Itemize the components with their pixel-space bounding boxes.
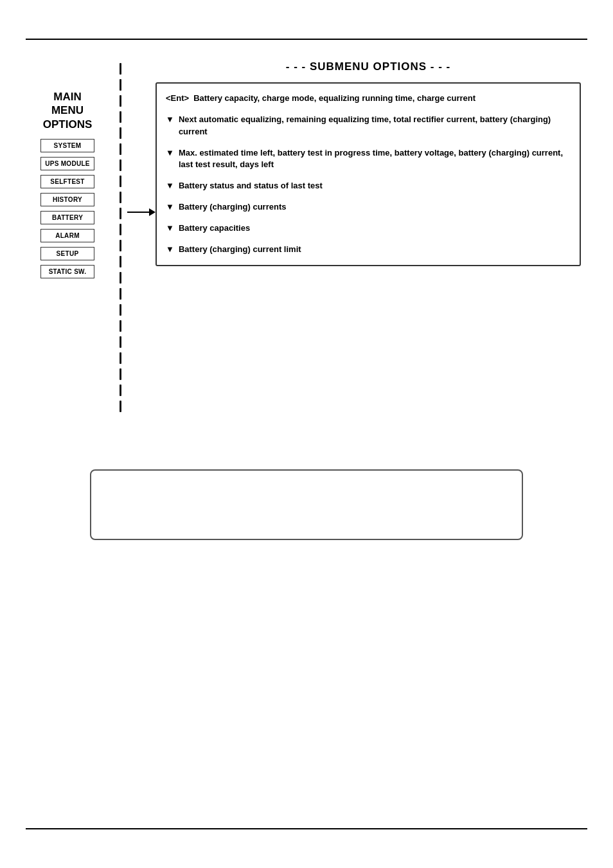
- bottom-box-area: [90, 469, 523, 540]
- vbar-segment: [120, 143, 121, 155]
- vbar-segment: [120, 95, 121, 107]
- diagram-row: MAIN MENU OPTIONS SYSTEM UPS MODULE SELF…: [32, 58, 581, 417]
- vbar-segment: [120, 79, 121, 91]
- triangle-icon-5: ▼: [166, 201, 174, 213]
- vbar-segment: [120, 401, 121, 412]
- col-left: MAIN MENU OPTIONS SYSTEM UPS MODULE SELF…: [32, 58, 103, 278]
- top-rule: [26, 39, 587, 40]
- nav-button-list: SYSTEM UPS MODULE SELFTEST HISTORY BATTE…: [32, 139, 103, 278]
- vbar-segment: [120, 240, 121, 251]
- vbar-segment: [120, 368, 121, 380]
- vbar-segment: [120, 320, 121, 332]
- submenu-item-5-text: Battery (charging) currents: [179, 201, 569, 213]
- vbar-segment: [120, 192, 121, 203]
- vbar-segment: [120, 111, 121, 123]
- nav-btn-static-sw[interactable]: STATIC SW.: [40, 265, 94, 278]
- arrow-connector: [127, 208, 155, 216]
- submenu-title: - - - SUBMENU OPTIONS - - -: [155, 60, 581, 73]
- nav-btn-ups-module[interactable]: UPS MODULE: [40, 157, 94, 170]
- vbar-segment: [120, 288, 121, 300]
- submenu-item-7-text: Battery (charging) current limit: [179, 244, 569, 256]
- submenu-column: - - - SUBMENU OPTIONS - - - <Ent> Batter…: [155, 58, 581, 266]
- vbar-segment: [120, 224, 121, 235]
- bottom-box: [90, 469, 523, 540]
- triangle-icon-4: ▼: [166, 180, 174, 192]
- triangle-icon-2: ▼: [166, 114, 174, 126]
- vbar-segment: [120, 63, 121, 75]
- submenu-item-6-text: Battery capacities: [179, 222, 569, 235]
- submenu-box: <Ent> Battery capacity, charge mode, equ…: [155, 82, 581, 266]
- submenu-item-7: ▼ Battery (charging) current limit: [166, 244, 569, 256]
- vertical-bar: [113, 58, 127, 417]
- diagram-area: MAIN MENU OPTIONS SYSTEM UPS MODULE SELF…: [32, 58, 581, 417]
- nav-btn-history[interactable]: HISTORY: [40, 193, 94, 206]
- submenu-item-1-text: Battery capacity, charge mode, equalizin…: [193, 93, 569, 105]
- submenu-item-4: ▼ Battery status and status of last test: [166, 180, 569, 192]
- submenu-item-2-text: Next automatic equalizing, remaining equ…: [179, 114, 569, 138]
- submenu-item-5: ▼ Battery (charging) currents: [166, 201, 569, 213]
- vbar-segment: [120, 304, 121, 316]
- nav-btn-battery[interactable]: BATTERY: [40, 211, 94, 224]
- triangle-icon-6: ▼: [166, 222, 174, 235]
- vbar-segment: [120, 256, 121, 267]
- bottom-rule: [26, 828, 587, 829]
- vbar-segment: [120, 336, 121, 348]
- submenu-item-4-text: Battery status and status of last test: [179, 180, 569, 192]
- submenu-item-3-text: Max. estimated time left, battery test i…: [179, 147, 569, 172]
- submenu-item-3: ▼ Max. estimated time left, battery test…: [166, 147, 569, 172]
- nav-btn-setup[interactable]: SETUP: [40, 247, 94, 260]
- main-menu-title: MAIN MENU OPTIONS: [43, 90, 93, 131]
- vbar-segment: [120, 352, 121, 364]
- vbar-segment: [120, 272, 121, 284]
- arrow-head-icon: [149, 208, 155, 216]
- triangle-icon-3: ▼: [166, 147, 174, 159]
- submenu-item-2: ▼ Next automatic equalizing, remaining e…: [166, 114, 569, 138]
- submenu-item-6: ▼ Battery capacities: [166, 222, 569, 235]
- page-wrapper: MAIN MENU OPTIONS SYSTEM UPS MODULE SELF…: [0, 0, 613, 868]
- vbar-segment: [120, 384, 121, 396]
- nav-btn-selftest[interactable]: SELFTEST: [40, 175, 94, 188]
- vbar-segment: [120, 127, 121, 139]
- submenu-item-1: <Ent> Battery capacity, charge mode, equ…: [166, 93, 569, 105]
- ent-icon: <Ent>: [166, 93, 189, 105]
- vbar-segment: [120, 159, 121, 171]
- arrow-line: [127, 212, 149, 213]
- nav-btn-system[interactable]: SYSTEM: [40, 139, 94, 152]
- vbar-segment: [120, 176, 121, 187]
- vbar-segment: [120, 208, 121, 219]
- triangle-icon-7: ▼: [166, 244, 174, 256]
- nav-btn-alarm[interactable]: ALARM: [40, 229, 94, 242]
